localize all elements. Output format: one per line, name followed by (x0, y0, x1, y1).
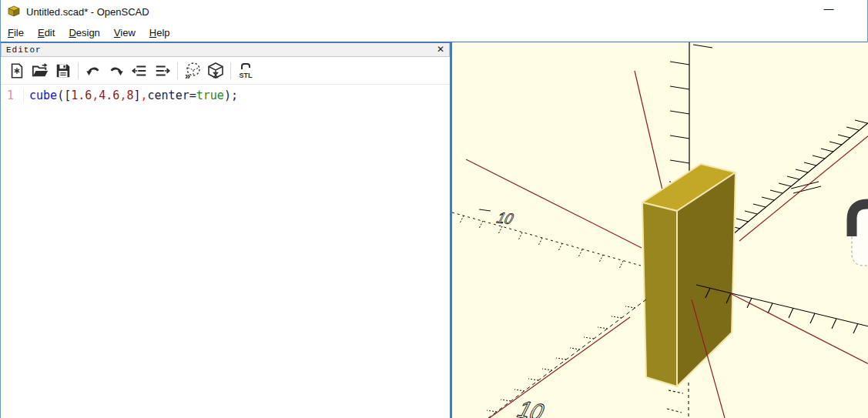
openscad-logo-icon (8, 5, 21, 18)
title-bar: Untitled.scad* - OpenSCAD — (1, 0, 867, 23)
undo-button[interactable] (82, 60, 105, 82)
render-button[interactable] (204, 60, 227, 82)
editor-toolbar: » STL (1, 57, 450, 85)
save-icon (55, 62, 72, 79)
clipped-scale-glyph (852, 204, 868, 266)
code-token: true (196, 89, 224, 102)
code-token: cube (29, 89, 57, 102)
code-line: 1 cube([1.6,4.6,8],center=true); (1, 85, 450, 102)
render-icon (206, 62, 225, 80)
cube-front-face (642, 202, 677, 386)
open-folder-icon (31, 62, 49, 79)
window-title: Untitled.scad* - OpenSCAD (26, 6, 149, 18)
menu-design[interactable]: Design (62, 25, 106, 41)
toolbar-separator (78, 62, 79, 79)
menu-view[interactable]: View (107, 25, 142, 41)
preview-icon: » (183, 62, 203, 80)
editor-header[interactable]: Editor ✕ (1, 43, 450, 57)
redo-icon (107, 62, 126, 79)
viewport-3d[interactable]: 10 (452, 42, 868, 418)
code-editor[interactable]: 1 cube([1.6,4.6,8],center=true); (1, 85, 450, 416)
editor-close-icon[interactable]: ✕ (437, 44, 444, 55)
svg-text:»: » (185, 70, 190, 80)
unindent-button[interactable] (128, 60, 151, 82)
menu-bar: File Edit Design View Help (1, 23, 867, 42)
toolbar-separator (177, 62, 178, 79)
openscad-window: Untitled.scad* - OpenSCAD — File Edit De… (0, 0, 868, 418)
code-token: , (141, 89, 148, 102)
editor-header-title: Editor (6, 45, 42, 55)
code-token: ] (133, 89, 140, 102)
code-token: 4.6 (99, 89, 119, 102)
unindent-icon (130, 62, 149, 79)
save-file-button[interactable] (52, 60, 75, 82)
menu-help[interactable]: Help (142, 25, 177, 41)
menu-edit[interactable]: Edit (31, 25, 62, 41)
code-token: = (189, 89, 196, 102)
indent-button[interactable] (151, 60, 174, 82)
code-token: [ (64, 89, 71, 102)
export-stl-button[interactable]: STL (234, 60, 257, 82)
menu-file[interactable]: File (1, 25, 31, 41)
undo-icon (84, 62, 102, 79)
code-token: ( (57, 89, 64, 102)
code-token: , (92, 89, 99, 102)
stl-label: STL (240, 72, 253, 79)
code-token: ) (224, 89, 231, 102)
code-token: ; (231, 89, 238, 102)
export-stl-icon: STL (236, 62, 256, 80)
indent-icon (153, 62, 172, 79)
code-text: cube([1.6,4.6,8],center=true); (24, 89, 238, 102)
redo-button[interactable] (105, 60, 128, 82)
code-token: 1.6 (71, 89, 92, 102)
editor-panel: Editor ✕ (1, 43, 450, 418)
toolbar-separator (230, 62, 231, 79)
new-file-icon (8, 62, 25, 79)
open-file-button[interactable] (28, 60, 52, 82)
new-file-button[interactable] (5, 60, 28, 82)
line-number: 1 (1, 89, 24, 102)
code-token: center (148, 89, 189, 102)
preview-button[interactable]: » (181, 60, 204, 82)
minimize-button[interactable]: — (818, 3, 840, 18)
